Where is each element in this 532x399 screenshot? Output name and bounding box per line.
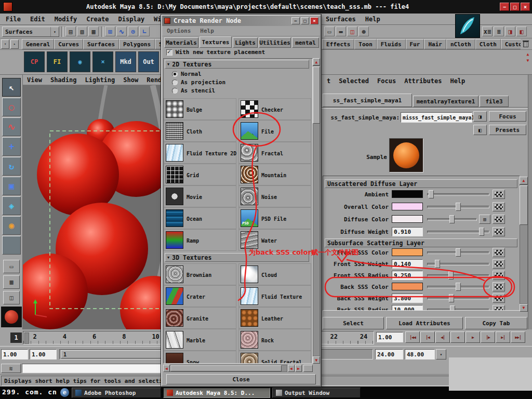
texture-item-marble[interactable]: Marble: [164, 329, 236, 351]
step-forward-frame-button[interactable]: ▶|: [496, 331, 510, 343]
dialog-scroll-down-button[interactable]: ▼: [313, 356, 320, 364]
ae-scroll-down-button[interactable]: ▼: [520, 304, 528, 312]
taskbar-maya-button[interactable]: Autodesk Maya 8.5: D...: [163, 388, 270, 398]
soft-mod-tool[interactable]: ◉: [2, 216, 21, 235]
shelf-mkd-icon[interactable]: Mkd: [115, 51, 136, 72]
ae-scrollbar-thumb[interactable]: [520, 185, 528, 225]
ambient-slider-handle[interactable]: [429, 190, 434, 198]
save-scene-icon[interactable]: ▦: [88, 26, 99, 36]
step-back-key-button[interactable]: ◀|: [435, 331, 450, 343]
playback-end-field[interactable]: 24.00: [375, 349, 403, 360]
layout-four-pane-button[interactable]: ▦: [3, 275, 20, 289]
overall-color-slider-handle[interactable]: [456, 203, 461, 211]
dialog-resize-corner[interactable]: [303, 365, 313, 372]
section-header-unscattered-diffuse-layer[interactable]: Unscattered Diffuse Layer: [325, 179, 517, 188]
shelf-tab-hair[interactable]: Hair: [424, 39, 446, 49]
texture-item-leather[interactable]: Leather: [238, 307, 311, 329]
dialog-scroll-left-button[interactable]: ◀: [163, 365, 170, 372]
animation-start-field[interactable]: 1.00: [30, 349, 57, 360]
dialog-tab-utilities[interactable]: Utilities: [259, 37, 291, 48]
dialog-menu-help[interactable]: Help: [195, 26, 219, 36]
section-header-subsurface-scattering-layer[interactable]: Subsurface Scattering Layer: [325, 238, 517, 247]
shelf-scroll-arrows[interactable]: ▲▼: [525, 52, 531, 73]
shelf-cp-icon[interactable]: CP: [24, 51, 45, 72]
texture-item-fractal[interactable]: Fractal: [238, 142, 311, 164]
presets-button[interactable]: Presets: [489, 125, 526, 135]
show-output-connections-button[interactable]: ◧: [473, 125, 487, 135]
back-sss-radius-map-button[interactable]: [493, 305, 505, 311]
front-sss-radius-map-button[interactable]: [493, 271, 505, 280]
front-sss-radius-field[interactable]: 9.250: [392, 271, 423, 280]
diffuse-weight-field[interactable]: 0.910: [392, 227, 423, 236]
radio-as-projection[interactable]: As projection: [172, 78, 225, 86]
dialog-scroll-left2-button[interactable]: ◀: [288, 365, 295, 372]
copy-tab-button[interactable]: Copy Tab: [465, 317, 527, 329]
front-sss-radius-slider-handle[interactable]: [448, 271, 454, 280]
universal-manipulator-tool[interactable]: ◈: [2, 196, 21, 215]
menu-modify[interactable]: Modify: [50, 14, 82, 24]
script-editor-icon[interactable]: ≋: [1, 364, 21, 373]
step-back-frame-button[interactable]: |◀: [420, 331, 435, 343]
front-sss-weight-slider-handle[interactable]: [435, 260, 440, 268]
close-button[interactable]: ×: [521, 3, 530, 11]
overall-color-swatch[interactable]: [392, 203, 423, 210]
dialog-hscrollbar-thumb[interactable]: [170, 365, 282, 371]
texture-item-brownian[interactable]: Brownian: [164, 263, 236, 285]
ae-scroll-up-button[interactable]: ▲: [520, 177, 528, 184]
close-button[interactable]: Close: [166, 374, 316, 384]
attribute-editor-toggle-icon[interactable]: ◧: [516, 26, 527, 36]
texture-item-movie[interactable]: Movie: [164, 185, 236, 207]
move-tool[interactable]: +: [2, 137, 21, 156]
dialog-tab-textures[interactable]: Textures: [200, 36, 232, 48]
dialog-menu-options[interactable]: Options: [162, 26, 195, 36]
shelf-tab-subdivs[interactable]: Subdivs: [155, 39, 161, 49]
dialog-titlebar[interactable]: Create Render Node −□×: [162, 16, 320, 26]
node-name-field[interactable]: misss_fast_simple_maya1: [401, 112, 472, 123]
shelf-switch-icon[interactable]: ▸: [10, 39, 19, 49]
menu-surfaces[interactable]: Surfaces: [321, 14, 361, 24]
shelf-tab-surfaces[interactable]: Surfaces: [83, 39, 119, 49]
viewport-menu-view[interactable]: View: [23, 75, 46, 85]
scale-tool[interactable]: ▣: [2, 177, 21, 195]
layout-split-pane-button[interactable]: ◫: [3, 291, 20, 304]
ae-tab-ss-fast-simple-maya1[interactable]: ss_fast_simple_maya1: [323, 94, 412, 107]
dialog-tab-mental[interactable]: mental: [292, 37, 319, 48]
back-sss-weight-field[interactable]: 3.800: [392, 294, 423, 303]
step-forward-key-button[interactable]: |▶: [481, 331, 495, 343]
texture-item-ramp[interactable]: Ramp: [164, 229, 236, 251]
open-scene-icon[interactable]: ▧: [77, 26, 87, 36]
viewport-menu-shading[interactable]: Shading: [46, 75, 81, 85]
front-sss-weight-field[interactable]: 0.140: [392, 259, 423, 269]
dialog-tab-materials[interactable]: Materials: [164, 37, 198, 48]
scroll-up-icon[interactable]: ▲: [527, 52, 529, 57]
play-forwards-button[interactable]: ▶: [466, 331, 480, 343]
texture-item-ocean[interactable]: Ocean: [164, 207, 236, 229]
select-button[interactable]: Select: [323, 317, 384, 329]
ae-menu-focus[interactable]: Focus: [373, 76, 400, 86]
load-attributes-button[interactable]: Load Attributes: [386, 317, 463, 329]
shelf-tab-cloth[interactable]: Cloth: [475, 39, 501, 49]
character-set-dropdown[interactable]: ▾: [436, 349, 446, 360]
snap-to-curve-icon[interactable]: ∿: [116, 26, 127, 36]
section-2d-textures-header[interactable]: 2D Textures: [165, 60, 309, 69]
front-sss-color-map-button[interactable]: [493, 248, 505, 257]
dialog-tab-lights[interactable]: Lights: [233, 37, 258, 48]
back-sss-weight-slider[interactable]: [427, 297, 489, 300]
snap-to-grid-icon[interactable]: ⊞: [105, 26, 115, 36]
numeric-input-icon[interactable]: x≡: [482, 26, 493, 36]
texture-item-checker[interactable]: Checker: [238, 98, 311, 120]
shelf-trash-icon[interactable]: [522, 39, 530, 49]
render-view-icon[interactable]: ▭: [324, 26, 335, 36]
diffuse-weight-slider-handle[interactable]: [479, 228, 484, 236]
menu-edit[interactable]: Edit: [25, 14, 50, 24]
ambient-slider[interactable]: [427, 193, 489, 196]
viewport-menu-show[interactable]: Show: [119, 75, 142, 85]
texture-item-snow[interactable]: Snow: [164, 351, 236, 364]
channel-box-toggle-icon[interactable]: ◨: [505, 26, 515, 36]
diffuse-color-swatch[interactable]: [392, 215, 423, 223]
layout-single-pane-button[interactable]: ▭: [3, 260, 20, 273]
dialog-maximize-button[interactable]: □: [301, 17, 309, 24]
window-titlebar[interactable]: Autodesk Maya 8.5: D:\My Documents\maya\…: [0, 0, 532, 14]
ae-menu-t[interactable]: t: [323, 76, 335, 86]
playback-start-field[interactable]: 1.00: [1, 349, 28, 360]
